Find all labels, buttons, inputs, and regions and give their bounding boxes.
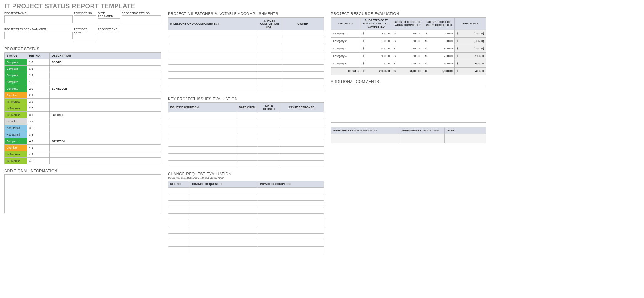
status-cell[interactable]: Overdue <box>5 145 27 151</box>
table-cell[interactable] <box>258 188 324 194</box>
table-cell[interactable] <box>258 227 324 234</box>
input-project-leader[interactable] <box>4 32 73 39</box>
table-cell[interactable] <box>282 30 324 37</box>
input-approved-name[interactable] <box>331 134 399 143</box>
table-cell[interactable] <box>257 37 282 44</box>
table-cell[interactable] <box>258 112 280 119</box>
table-cell[interactable] <box>236 126 258 133</box>
table-cell[interactable] <box>257 85 282 92</box>
table-cell[interactable] <box>168 126 236 133</box>
table-cell[interactable] <box>168 188 190 194</box>
table-cell[interactable] <box>168 133 236 140</box>
table-cell[interactable] <box>190 201 258 207</box>
status-cell[interactable]: In Progress <box>5 105 27 112</box>
table-cell[interactable] <box>282 37 324 44</box>
table-cell[interactable] <box>258 247 324 253</box>
table-cell[interactable] <box>168 240 190 247</box>
input-comments[interactable] <box>331 85 486 123</box>
table-cell[interactable] <box>280 126 324 133</box>
table-cell[interactable] <box>168 79 257 85</box>
desc-cell[interactable] <box>50 125 161 131</box>
status-cell[interactable]: Complete <box>5 66 27 72</box>
table-cell[interactable] <box>168 51 257 58</box>
table-cell[interactable] <box>168 112 236 119</box>
status-cell[interactable]: Complete <box>5 85 27 92</box>
table-cell[interactable] <box>257 51 282 58</box>
table-cell[interactable] <box>257 58 282 65</box>
status-cell[interactable]: In Progress <box>5 151 27 158</box>
table-cell[interactable] <box>282 85 324 92</box>
table-cell[interactable] <box>280 154 324 161</box>
input-approved-signature[interactable] <box>399 134 445 143</box>
table-cell[interactable] <box>258 214 324 220</box>
input-approved-date[interactable] <box>445 134 486 143</box>
status-cell[interactable]: Overdue <box>5 92 27 99</box>
table-cell[interactable] <box>236 154 258 161</box>
input-reporting-period[interactable] <box>122 15 161 23</box>
table-cell[interactable] <box>257 30 282 37</box>
table-cell[interactable] <box>236 161 258 167</box>
table-cell[interactable] <box>190 247 258 253</box>
table-cell[interactable] <box>190 234 258 240</box>
table-cell[interactable] <box>236 112 258 119</box>
status-cell[interactable]: On Hold <box>5 118 27 125</box>
status-cell[interactable]: Complete <box>5 79 27 85</box>
table-cell[interactable] <box>168 227 190 234</box>
input-project-end[interactable] <box>98 32 120 39</box>
table-cell[interactable] <box>168 154 236 161</box>
table-cell[interactable] <box>280 112 324 119</box>
table-cell[interactable] <box>258 147 280 154</box>
input-project-start[interactable] <box>74 35 96 42</box>
table-cell[interactable] <box>257 72 282 79</box>
table-cell[interactable] <box>190 220 258 227</box>
table-cell[interactable] <box>190 194 258 201</box>
table-cell[interactable] <box>280 119 324 126</box>
table-cell[interactable] <box>282 58 324 65</box>
table-cell[interactable] <box>258 154 280 161</box>
table-cell[interactable] <box>280 140 324 147</box>
table-cell[interactable] <box>168 147 236 154</box>
desc-cell[interactable] <box>50 79 161 85</box>
table-cell[interactable] <box>168 72 257 79</box>
status-cell[interactable]: Not Started <box>5 125 27 131</box>
input-date-prepared[interactable] <box>98 18 120 26</box>
table-cell[interactable] <box>282 51 324 58</box>
desc-cell[interactable]: GENERAL <box>50 138 161 145</box>
table-cell[interactable] <box>282 72 324 79</box>
desc-cell[interactable] <box>50 92 161 99</box>
table-cell[interactable] <box>258 140 280 147</box>
desc-cell[interactable] <box>50 151 161 158</box>
table-cell[interactable] <box>168 194 190 201</box>
status-cell[interactable]: Complete <box>5 72 27 79</box>
table-cell[interactable] <box>168 37 257 44</box>
status-cell[interactable]: Complete <box>5 59 27 66</box>
table-cell[interactable] <box>190 188 258 194</box>
table-cell[interactable] <box>280 133 324 140</box>
table-cell[interactable] <box>258 194 324 201</box>
table-cell[interactable] <box>236 140 258 147</box>
table-cell[interactable] <box>282 65 324 72</box>
status-cell[interactable]: Not Started <box>5 131 27 138</box>
status-cell[interactable]: In Progress <box>5 99 27 105</box>
status-cell[interactable]: In Progress <box>5 112 27 118</box>
table-cell[interactable] <box>258 133 280 140</box>
input-project-name[interactable] <box>4 15 73 23</box>
desc-cell[interactable] <box>50 158 161 164</box>
table-cell[interactable] <box>280 147 324 154</box>
desc-cell[interactable] <box>50 66 161 72</box>
desc-cell[interactable] <box>50 131 161 138</box>
table-cell[interactable] <box>190 207 258 214</box>
table-cell[interactable] <box>258 201 324 207</box>
table-cell[interactable] <box>168 44 257 51</box>
status-cell[interactable]: In Progress <box>5 158 27 164</box>
table-cell[interactable] <box>168 214 190 220</box>
desc-cell[interactable]: SCOPE <box>50 59 161 66</box>
table-cell[interactable] <box>190 240 258 247</box>
desc-cell[interactable] <box>50 72 161 79</box>
table-cell[interactable] <box>168 85 257 92</box>
table-cell[interactable] <box>236 119 258 126</box>
table-cell[interactable] <box>168 119 236 126</box>
desc-cell[interactable] <box>50 145 161 151</box>
table-cell[interactable] <box>168 65 257 72</box>
table-cell[interactable] <box>168 234 190 240</box>
